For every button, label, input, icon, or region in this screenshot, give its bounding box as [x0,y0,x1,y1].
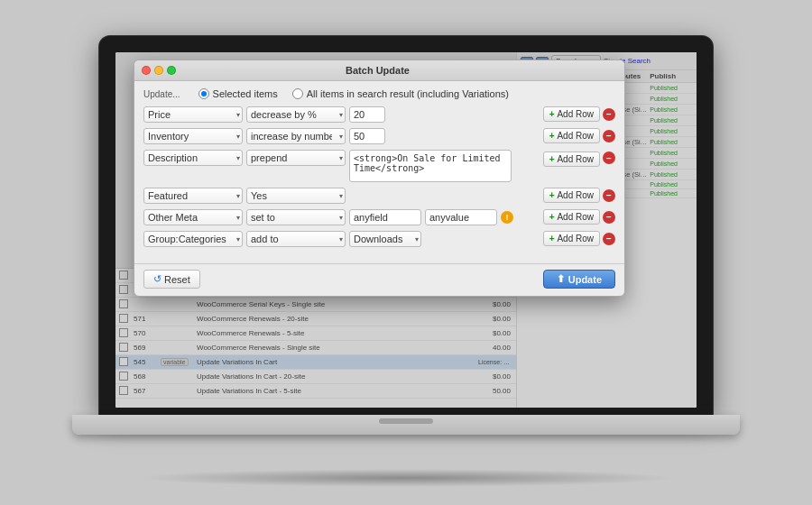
form-row-featured: Featured Yes Add Row [143,188,615,204]
minimize-button[interactable] [154,66,163,75]
field-select-wrapper: Featured [143,188,243,204]
radio-dot-all [292,88,303,99]
dialog-body: Update... Selected items All items in se… [134,81,624,260]
field-select-other-meta[interactable]: Other Meta [143,209,243,225]
action-select-featured[interactable]: Yes [246,188,346,204]
screen-bezel: Search Simple Search SKU Categories Attr… [99,36,713,415]
dialog-title: Batch Update [346,65,410,76]
form-row-other-meta: Other Meta set to ! [143,209,615,225]
value-input-other-meta-field[interactable] [349,209,421,225]
action-select-categories[interactable]: add to [246,231,346,247]
update-label: Update... [143,89,180,99]
action-select-wrapper: increase by number [246,128,346,144]
value-input-price[interactable] [349,106,385,123]
row-actions-featured: Add Row − [543,188,615,203]
action-select-price[interactable]: decrease by % [246,106,346,123]
add-row-button-other-meta[interactable]: Add Row [543,209,600,225]
action-select-wrapper: add to [246,231,346,247]
action-select-wrapper: Yes [246,188,346,204]
field-select-categories[interactable]: Group:Categories [143,231,243,247]
form-row-inner: Group:Categories add to [143,231,540,247]
row-actions-categories: Add Row − [543,231,615,246]
remove-row-button-other-meta[interactable]: − [603,211,615,224]
form-row-inventory: Inventory increase by number [143,128,615,144]
laptop-shadow [135,469,677,487]
add-row-button-categories[interactable]: Add Row [543,231,600,246]
radio-selected-items[interactable]: Selected items [198,88,278,99]
laptop-container: Search Simple Search SKU Categories Attr… [81,36,731,469]
form-row-inner: Price decrease by % [143,106,540,123]
action-select-other-meta[interactable]: set to [246,209,346,225]
row-actions-price: Add Row − [543,106,615,122]
window-controls [142,66,176,75]
field-select-wrapper: Description [143,150,243,166]
action-select-description[interactable]: prepend [246,150,346,166]
remove-row-button-description[interactable]: − [603,152,615,164]
action-select-wrapper: set to [246,209,346,225]
field-select-wrapper: Other Meta [143,209,243,225]
warning-icon: ! [501,211,513,224]
dialog-titlebar: Batch Update [134,60,624,81]
form-row-price: Price decrease by % [143,106,615,123]
row-actions-other-meta: Add Row − [543,209,615,225]
reset-button[interactable]: Reset [143,270,200,289]
form-row-description: Description prepend <strong>On Sale for … [143,150,615,182]
action-select-inventory[interactable]: increase by number [246,128,346,144]
laptop-screen: Search Simple Search SKU Categories Attr… [115,52,697,408]
laptop-base [72,415,740,435]
value-select-categories[interactable]: Downloads [349,231,421,247]
update-label-text: Update [568,274,602,285]
add-row-button-price[interactable]: Add Row [543,106,600,122]
add-row-button-inventory[interactable]: Add Row [543,128,600,143]
radio-dot-selected [198,88,209,99]
remove-row-button-inventory[interactable]: − [603,130,615,142]
add-row-button-description[interactable]: Add Row [543,152,600,167]
row-actions-inventory: Add Row − [543,128,615,143]
form-row-inner: Other Meta set to ! [143,209,540,225]
radio-selected-label: Selected items [213,88,278,99]
value-input-inventory[interactable] [349,128,385,144]
batch-update-dialog: Batch Update Update... Selected items [134,60,625,297]
textarea-description[interactable]: <strong>On Sale for Limited Time</strong… [349,150,512,182]
remove-row-button-categories[interactable]: − [603,233,615,245]
action-select-wrapper: decrease by % [246,106,346,123]
form-row-inner: Inventory increase by number [143,128,540,144]
radio-all-label: All items in search result (including Va… [307,88,509,99]
field-select-featured[interactable]: Featured [143,188,243,204]
radio-all-items[interactable]: All items in search result (including Va… [292,88,509,99]
field-select-description[interactable]: Description [143,150,243,166]
maximize-button[interactable] [167,66,176,75]
update-button[interactable]: ⬆ Update [543,270,615,289]
form-row-inner: Featured Yes [143,188,540,204]
close-button[interactable] [142,66,151,75]
radio-row: Update... Selected items All items in se… [143,88,615,99]
remove-row-button-featured[interactable]: − [603,189,615,202]
row-actions-description: Add Row − [543,150,615,167]
action-select-wrapper: prepend [246,150,346,166]
field-select-wrapper: Group:Categories [143,231,243,247]
value-select-wrapper: Downloads [349,231,421,247]
form-row-inner: Description prepend <strong>On Sale for … [143,150,540,182]
field-select-inventory[interactable]: Inventory [143,128,243,144]
form-row-categories: Group:Categories add to [143,231,615,247]
add-row-button-featured[interactable]: Add Row [543,188,600,203]
field-select-wrapper: Price [143,106,243,123]
dialog-footer: Reset ⬆ Update [134,263,624,296]
screen-content: Search Simple Search SKU Categories Attr… [115,52,697,408]
remove-row-button-price[interactable]: − [603,108,615,121]
field-select-wrapper: Inventory [143,128,243,144]
field-select-price[interactable]: Price [143,106,243,123]
value-input-other-meta-value[interactable] [425,209,497,225]
